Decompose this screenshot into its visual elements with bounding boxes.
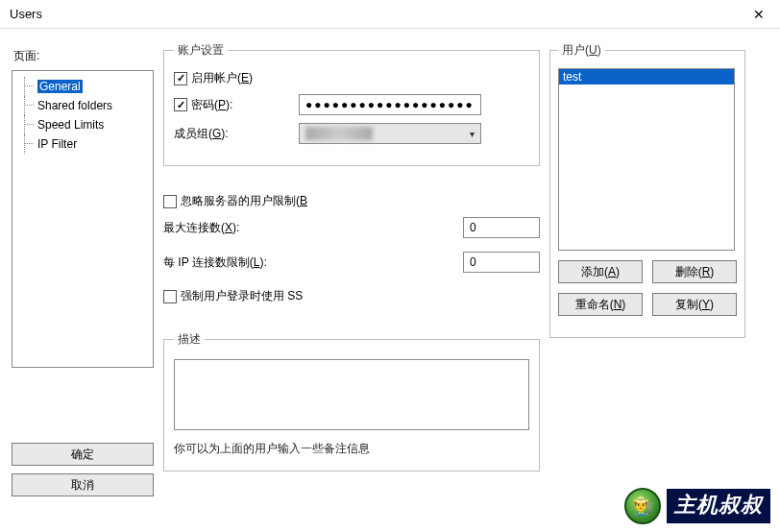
tree-item-label: General bbox=[37, 80, 83, 93]
description-help-text: 你可以为上面的用户输入一些备注信息 bbox=[174, 441, 529, 457]
password-label: 密码(P): bbox=[191, 97, 232, 113]
watermark: 👨‍🌾 主机叔叔 bbox=[624, 488, 770, 524]
tree-item-speed-limits[interactable]: Speed Limits bbox=[16, 115, 149, 134]
copy-user-button[interactable]: 复制(Y) bbox=[652, 293, 737, 316]
password-input[interactable] bbox=[299, 94, 481, 115]
group-combobox[interactable]: ▾ bbox=[299, 123, 481, 144]
max-connections-input[interactable] bbox=[463, 217, 540, 238]
description-legend: 描述 bbox=[174, 331, 205, 348]
close-button[interactable]: ✕ bbox=[737, 0, 780, 29]
ignore-server-limits-label: 忽略服务器的用户限制(B bbox=[181, 193, 307, 209]
checkbox-icon bbox=[163, 195, 177, 208]
group-label: 成员组(G): bbox=[174, 126, 289, 142]
tree-item-label: Shared folders bbox=[37, 99, 112, 112]
checkbox-icon bbox=[163, 290, 177, 303]
account-settings-group: 账户设置 启用帐户(E) 密码(P): 成员组(G): ▾ bbox=[163, 42, 540, 166]
force-ssl-checkbox[interactable]: 强制用户登录时使用 SS bbox=[163, 288, 303, 304]
cancel-button[interactable]: 取消 bbox=[12, 473, 154, 496]
watermark-badge-icon: 👨‍🌾 bbox=[624, 488, 661, 524]
password-checkbox[interactable]: 密码(P): bbox=[174, 97, 289, 113]
group-value bbox=[305, 127, 373, 140]
tree-item-shared-folders[interactable]: Shared folders bbox=[16, 96, 149, 115]
watermark-text: 主机叔叔 bbox=[667, 489, 770, 523]
force-ssl-label: 强制用户登录时使用 SS bbox=[181, 288, 303, 304]
users-legend: 用户(U) bbox=[558, 42, 605, 59]
users-listbox[interactable]: test bbox=[558, 68, 735, 251]
add-user-button[interactable]: 添加(A) bbox=[558, 260, 643, 283]
per-ip-limit-label: 每 IP 连接数限制(L): bbox=[163, 254, 463, 271]
remove-user-button[interactable]: 删除(R) bbox=[652, 260, 737, 283]
tree-item-general[interactable]: General bbox=[16, 77, 149, 96]
tree-item-label: Speed Limits bbox=[37, 118, 104, 132]
checkbox-icon bbox=[174, 98, 187, 111]
enable-account-label: 启用帐户(E) bbox=[191, 70, 253, 86]
enable-account-checkbox[interactable]: 启用帐户(E) bbox=[174, 70, 253, 86]
tree-item-ip-filter[interactable]: IP Filter bbox=[16, 134, 149, 154]
ignore-server-limits-checkbox[interactable]: 忽略服务器的用户限制(B bbox=[163, 193, 307, 209]
description-group: 描述 你可以为上面的用户输入一些备注信息 bbox=[163, 331, 540, 472]
rename-user-button[interactable]: 重命名(N) bbox=[558, 293, 643, 316]
close-icon: ✕ bbox=[753, 7, 765, 22]
account-settings-legend: 账户设置 bbox=[174, 42, 228, 59]
description-textarea[interactable] bbox=[174, 359, 529, 430]
max-connections-label: 最大连接数(X): bbox=[163, 220, 463, 236]
ok-button[interactable]: 确定 bbox=[12, 443, 154, 466]
window-title: Users bbox=[10, 7, 42, 21]
pages-tree[interactable]: General Shared folders Speed Limits IP F… bbox=[12, 70, 154, 368]
titlebar: Users ✕ bbox=[0, 0, 780, 29]
limits-block: 忽略服务器的用户限制(B 最大连接数(X): 每 IP 连接数限制(L): 强制… bbox=[163, 189, 540, 308]
chevron-down-icon: ▾ bbox=[470, 129, 475, 139]
pages-label: 页面: bbox=[13, 48, 154, 64]
per-ip-limit-input[interactable] bbox=[463, 252, 540, 273]
tree-item-label: IP Filter bbox=[37, 137, 77, 151]
checkbox-icon bbox=[174, 72, 187, 85]
users-group: 用户(U) test 添加(A) 删除(R) 重命名(N) 复制(Y) bbox=[549, 42, 745, 338]
userlist-item[interactable]: test bbox=[559, 69, 734, 85]
